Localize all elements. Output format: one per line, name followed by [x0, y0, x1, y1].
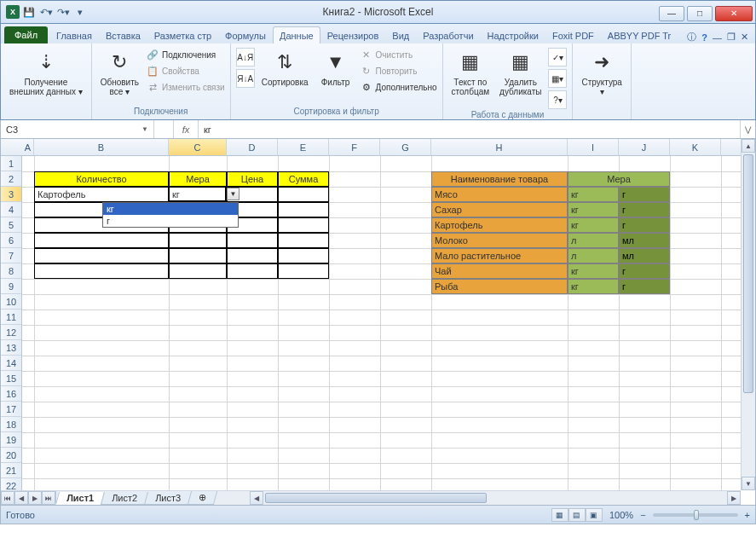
help-icon[interactable]: ?	[701, 32, 707, 43]
row-header[interactable]: 11	[1, 310, 21, 325]
cell[interactable]	[278, 263, 329, 279]
scroll-right-arrow[interactable]: ▶	[727, 491, 741, 505]
vertical-scrollbar[interactable]: ▲ ▼	[741, 139, 755, 490]
column-header[interactable]: D	[227, 139, 278, 155]
close-button[interactable]: ✕	[715, 6, 753, 21]
ribbon-button[interactable]: ▦Удалитьдубликаты	[496, 47, 545, 98]
column-header[interactable]: B	[34, 139, 169, 155]
cell[interactable]	[34, 233, 169, 248]
column-header[interactable]: H	[431, 139, 568, 155]
column-header[interactable]: I	[568, 139, 619, 155]
mdi-close-icon[interactable]: ✕	[741, 32, 748, 43]
zoom-out-icon[interactable]: −	[640, 510, 645, 520]
insert-sheet-icon[interactable]: ⊕	[188, 491, 217, 505]
sheet-prev-icon[interactable]: ◀	[14, 491, 28, 505]
cell[interactable]: г	[619, 279, 670, 294]
ribbon-tab[interactable]: Разметка стр	[147, 26, 218, 43]
hscroll-thumb[interactable]	[265, 493, 487, 503]
dropdown-button[interactable]: ▼	[227, 188, 239, 200]
cell[interactable]: кг	[169, 187, 227, 202]
page-layout-view-icon[interactable]: ▤	[568, 508, 586, 522]
redo-icon[interactable]: ↷▾	[55, 4, 71, 20]
cell[interactable]	[278, 187, 329, 202]
cell[interactable]	[169, 263, 227, 279]
cell[interactable]: Мера	[169, 171, 227, 187]
cell[interactable]	[169, 248, 227, 263]
dropdown-list[interactable]: кгг	[102, 202, 239, 228]
cell[interactable]: г	[619, 217, 670, 233]
ribbon-small-button[interactable]: 🔗Подключения	[146, 47, 225, 62]
ribbon-icon-button[interactable]: A↓Я	[236, 47, 255, 67]
page-break-view-icon[interactable]: ▣	[586, 508, 603, 522]
vscroll-thumb[interactable]	[743, 154, 753, 393]
cell[interactable]: г	[619, 202, 670, 217]
horizontal-scrollbar[interactable]: ◀ ▶	[250, 491, 741, 505]
ribbon-icon-button[interactable]: Я↓A	[236, 68, 255, 89]
ribbon-tab[interactable]: Рецензиров	[320, 26, 386, 43]
cell[interactable]: кг	[568, 279, 619, 294]
ribbon-button[interactable]: ➜Структура▾	[578, 47, 625, 98]
row-header[interactable]: 6	[1, 233, 21, 248]
row-header[interactable]: 4	[1, 202, 21, 217]
cell[interactable]: мл	[619, 248, 670, 263]
cell[interactable]: Молоко	[431, 233, 568, 248]
zoom-in-icon[interactable]: +	[745, 510, 750, 520]
row-header[interactable]: 19	[1, 432, 21, 448]
row-header[interactable]: 5	[1, 217, 21, 233]
zoom-slider[interactable]	[653, 513, 738, 517]
mdi-restore-icon[interactable]: ❐	[727, 32, 736, 43]
row-header[interactable]: 13	[1, 340, 21, 356]
ribbon-tab[interactable]: Вид	[385, 26, 416, 43]
undo-icon[interactable]: ↶▾	[38, 4, 54, 20]
row-header[interactable]: 8	[1, 263, 21, 279]
ribbon-icon-button[interactable]: ?▾	[548, 90, 567, 110]
file-tab[interactable]: Файл	[4, 26, 48, 43]
minimize-ribbon-icon[interactable]: ⓘ	[687, 31, 696, 43]
cell[interactable]: л	[568, 233, 619, 248]
cell[interactable]	[34, 248, 169, 263]
row-header[interactable]: 14	[1, 356, 21, 371]
cell[interactable]: Сахар	[431, 202, 568, 217]
mdi-minimize-icon[interactable]: —	[713, 32, 722, 43]
zoom-level[interactable]: 100%	[609, 510, 633, 520]
fx-icon[interactable]: fx	[173, 120, 199, 138]
sheet-next-icon[interactable]: ▶	[28, 491, 42, 505]
row-header[interactable]: 7	[1, 248, 21, 263]
cell[interactable]	[227, 233, 278, 248]
ribbon-tab[interactable]: Надстройки	[481, 26, 545, 43]
cell[interactable]: Мясо	[431, 187, 568, 202]
ribbon-tab[interactable]: Формулы	[218, 26, 273, 43]
column-header[interactable]: F	[329, 139, 380, 155]
cell[interactable]: г	[619, 187, 670, 202]
cell[interactable]	[278, 233, 329, 248]
sheet-tab[interactable]: Лист3	[144, 492, 192, 505]
scroll-left-arrow[interactable]: ◀	[250, 491, 263, 505]
cell[interactable]: кг	[568, 187, 619, 202]
cell[interactable]: Мало растительное	[431, 248, 568, 263]
cell[interactable]: кг	[568, 217, 619, 233]
sheet-tab[interactable]: Лист1	[55, 492, 105, 505]
cell[interactable]	[34, 263, 169, 279]
sheet-tab[interactable]: Лист2	[101, 492, 148, 505]
row-header[interactable]: 9	[1, 279, 21, 294]
cell[interactable]: Картофель	[34, 187, 169, 202]
ribbon-button[interactable]: ↻Обновитьвсе ▾	[97, 47, 142, 98]
ribbon-tab[interactable]: Foxit PDF	[545, 26, 601, 43]
ribbon-small-button[interactable]: ⚙Дополнительно	[360, 79, 437, 95]
row-header[interactable]: 10	[1, 294, 21, 310]
cell[interactable]: Чай	[431, 263, 568, 279]
name-box[interactable]: C3▼	[1, 120, 154, 138]
cell[interactable]: кг	[568, 202, 619, 217]
cell[interactable]: кг	[568, 263, 619, 279]
row-header[interactable]: 15	[1, 371, 21, 386]
cell[interactable]: Сумма	[278, 171, 329, 187]
sheet-last-icon[interactable]: ⏭	[42, 491, 55, 505]
column-header[interactable]: G	[380, 139, 431, 155]
dropdown-option[interactable]: г	[103, 215, 238, 227]
ribbon-tab[interactable]: Данные	[273, 26, 320, 43]
cell[interactable]: г	[619, 263, 670, 279]
cell[interactable]	[227, 263, 278, 279]
ribbon-button[interactable]: ▼Фильтр	[315, 47, 356, 89]
row-header[interactable]: 16	[1, 386, 21, 402]
cell[interactable]	[227, 248, 278, 263]
